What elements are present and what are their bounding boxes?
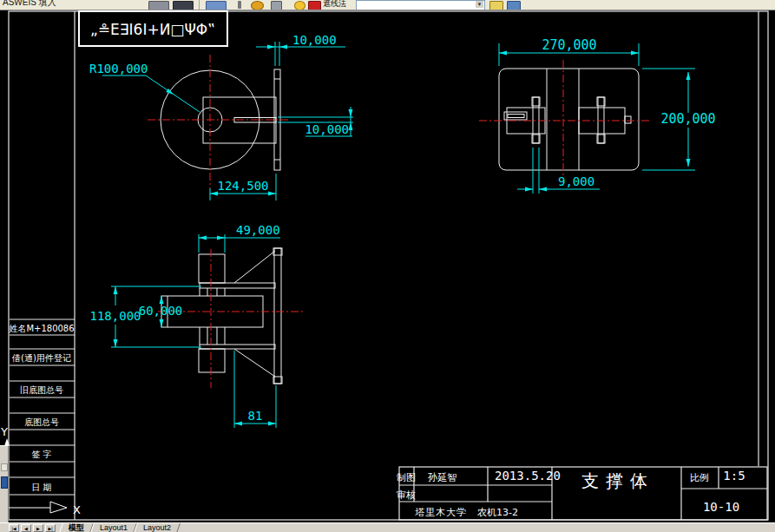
layer-combo-box[interactable]: ▼ [356,0,485,10]
dim-slot-height: 10,000 [305,122,349,136]
title-check-label: 审核 [397,489,416,501]
dim-front-width: 124,500 [217,179,268,193]
ucs-x-label: X [73,503,81,516]
chevron-down-icon[interactable]: ▼ [476,1,483,8]
stamp-text: „≗E∃I6I+И□ΨΦ‟ [90,21,215,38]
layout-tab-bar: |◀ ◀ ▶ ▶| 模型 Layout1 Layout2 [0,522,775,532]
prev-tab-button[interactable]: ◀ [21,524,31,532]
drawing-canvas[interactable]: 姓名M+180086 借(通)用件登记 旧底图总号 底图总号 签 字 日 期 „… [0,0,775,532]
strip-row-base-no: 底图总号 [24,417,59,427]
strip-row-sign: 签 字 [31,450,51,459]
dim-top-height: 200,000 [660,111,715,127]
ucs-y-label: Y [0,425,8,438]
first-tab-button[interactable]: |◀ [9,524,19,532]
strip-row-borrow: 借(通)用件登记 [11,353,71,363]
title-scale-label: 比例 [690,472,709,483]
title-school: 塔里木大学 [415,507,467,518]
top-toolbar: ASWEIS 填入 遮线法 ▼ [0,0,775,10]
sheet-frame [9,11,768,520]
title-block: 制图 孙延智 2013.5.20 审核 支撑体 比例 1:5 10-10 塔里木… [397,467,767,520]
window-icon[interactable] [1,476,8,489]
side-view-dimensions: 49,000 118,000 60,000 81 [89,223,280,428]
docked-toolbar-sliver[interactable] [0,445,9,523]
tab-layout1[interactable]: Layout1 [90,523,137,532]
red-swatch-icon[interactable] [308,1,321,10]
title-drafter: 孙延智 [428,472,456,483]
sphere-icon[interactable] [251,1,264,10]
application-window: 姓名M+180086 借(通)用件登记 旧底图总号 底图总号 签 字 日 期 „… [0,0,775,532]
tab-layout2[interactable]: Layout2 [134,523,181,532]
front-view-dimensions: R100,000 10,000 10,000 124,500 [89,33,353,200]
strip-row-date: 日 期 [31,483,51,492]
layers-icon[interactable] [206,1,227,10]
dim-plate-thickness: 9,000 [558,174,594,188]
next-tab-button[interactable]: ▶ [33,524,43,532]
dim-top-width: 270,000 [542,37,596,53]
title-draw-label: 制图 [397,472,416,483]
dim-flange-thickness: 10,000 [292,33,337,47]
side-view-centerlines [158,249,305,388]
ball-icon[interactable] [294,1,305,10]
dim-side-span: 118,000 [89,309,141,323]
ucs-icon: Y X [0,425,81,516]
dim-body-height: 60,000 [139,304,183,318]
tab-model[interactable]: 模型 [59,523,94,532]
title-drawing-no: 10-10 [703,500,739,514]
rotate-icon[interactable] [271,1,282,10]
title-scale-value: 1:5 [723,469,745,483]
palette-icon[interactable] [1,463,8,471]
dim-radius: R100,000 [89,62,148,76]
stack-icon[interactable] [507,1,521,10]
binoculars-icon[interactable] [148,1,169,10]
dim-side-top-width: 49,000 [236,223,280,237]
strip-row-id: 姓名M+180086 [8,324,74,333]
dot-icon[interactable] [238,1,241,9]
title-part-name: 支撑体 [581,470,654,491]
dim-gusset-width: 81 [248,409,263,423]
monitor-icon[interactable] [173,1,194,10]
strip-row-old-no: 旧底图总号 [20,385,63,395]
left-strip: 姓名M+180086 借(通)用件登记 旧底图总号 底图总号 签 字 日 期 [8,319,75,495]
title-class: 农机13-2 [477,507,518,518]
toolbar-text-fragment: ASWEIS 填入 [3,0,56,9]
toolbar-separator [199,0,200,10]
stamp-box: „≗E∃I6I+И□ΨΦ‟ [79,11,227,46]
title-date: 2013.5.20 [495,469,561,483]
top-view-geometry [499,69,639,170]
last-tab-button[interactable]: ▶| [45,524,56,532]
pointer-icon[interactable] [489,1,503,10]
shade-mode-label: 遮线法 [323,0,346,10]
